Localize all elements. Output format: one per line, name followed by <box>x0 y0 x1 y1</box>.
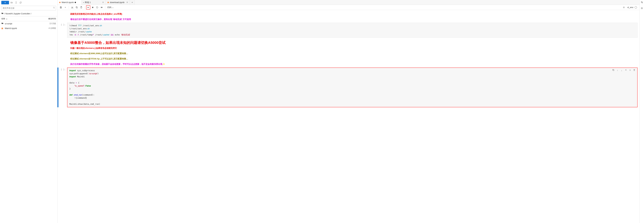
file-row[interactable]: ui-script13 天前 <box>0 21 57 26</box>
col-name[interactable]: 名称 ▴ <box>1 18 48 20</box>
dirty-indicator <box>75 2 76 3</box>
duplicate-cell-button[interactable] <box>612 69 615 72</box>
new-folder-button[interactable] <box>10 1 14 5</box>
stop-button[interactable] <box>90 5 95 10</box>
filter-wrap <box>0 5 57 11</box>
terminal-icon: ▪ <box>83 2 84 4</box>
file-name: ui-script <box>5 22 50 25</box>
svg-point-9 <box>641 2 642 2</box>
move-down-button[interactable]: ↓ <box>620 69 624 72</box>
svg-point-10 <box>642 3 642 3</box>
insert-below-button[interactable] <box>628 69 632 72</box>
file-filter-input[interactable] <box>1 6 56 10</box>
svg-point-7 <box>624 7 624 8</box>
property-inspector-button[interactable] <box>640 1 643 4</box>
sidebar-toolbar: + <box>0 0 57 5</box>
notebook-toolbar: + 代码 ⌄ xl_env <box>58 5 640 10</box>
md-text: 刷新完后切换笔记本内核(右上角点击后选择xl_env环境) <box>70 13 241 16</box>
folder-icon <box>1 12 4 15</box>
svg-rect-6 <box>92 7 93 8</box>
tab-label: download.ipynb <box>110 1 124 4</box>
sort-asc-icon: ▴ <box>6 18 7 20</box>
close-icon[interactable]: ✕ <box>126 1 128 4</box>
main-area: ▣MainUi.ipynb▪终端 1✕▣download.ipynb✕+ + 代… <box>58 0 640 223</box>
refresh-button[interactable] <box>19 1 22 5</box>
file-row[interactable]: ▣MainUi.ipynb4 分钟前 <box>0 26 57 31</box>
close-icon[interactable]: ✕ <box>102 1 104 4</box>
md-text: 执行任何操作前最好开学术加速，启动器不会自动更新，平时可以点点更新，说不定会有新… <box>70 63 241 66</box>
file-time: 13 天前 <box>50 22 56 25</box>
tab[interactable]: ▣MainUi.ipynb <box>58 0 82 5</box>
tab-label: MainUi.ipynb <box>62 1 74 4</box>
md-heading: 镜像基于A5000整合，如果出现未知的问题请切换A5000尝试 <box>70 40 241 45</box>
notebook-body: 刷新完后切换笔记本内核(右上角点击后选择xl_env环境) 请在运行后不要进行任… <box>58 10 640 223</box>
kernel-name[interactable]: xl_env <box>627 6 634 9</box>
notebook-icon: ▣ <box>59 1 61 4</box>
breadcrumb-sep: / <box>31 13 32 15</box>
md-text: 经过测试:xformers在3090,3080上也可以运行,其它配置待测… <box>70 52 241 55</box>
move-up-button[interactable]: ↑ <box>616 69 619 72</box>
tab[interactable]: ▣download.ipynb✕ <box>106 0 130 5</box>
kernel-status-icon <box>635 6 637 9</box>
svg-point-0 <box>54 7 54 8</box>
tab-bar: ▣MainUi.ipynb▪终端 1✕▣download.ipynb✕+ <box>58 0 640 5</box>
new-launcher-button[interactable]: + <box>1 1 9 4</box>
file-browser-sidebar: + / NovelAI-Jupyter-Controller / 名称 ▴ 修改… <box>0 0 58 223</box>
search-icon <box>53 7 55 9</box>
code-cell[interactable]: [ ]: !chmod 777 /root/set_env.sh !/root/… <box>58 23 638 38</box>
save-button[interactable] <box>59 5 63 10</box>
code-cell[interactable]: [ ]: ↑ ↓ import sys,subprocess sys.path.… <box>58 68 638 107</box>
tab-label: 终端 1 <box>85 1 91 4</box>
kernel-gear-button[interactable] <box>622 5 626 10</box>
md-text: 请在运行后不要进行任何其它操作，直到出现 '移动完成' 方可使用 <box>70 18 241 21</box>
cell-prompt: [ ]: <box>58 68 67 107</box>
svg-rect-8 <box>613 70 614 71</box>
paste-button[interactable] <box>79 5 83 10</box>
restart-button[interactable] <box>95 5 99 10</box>
debugger-button[interactable] <box>640 7 643 10</box>
md-text: 经过测试:xformers在TITAN Xp 上不可以运行,其它配置待测… <box>70 57 241 60</box>
copy-button[interactable] <box>75 5 79 10</box>
cut-button[interactable] <box>70 5 74 10</box>
run-all-button[interactable] <box>100 5 104 10</box>
insert-cell-button[interactable]: + <box>63 5 68 10</box>
notebook-icon: ▣ <box>1 27 4 30</box>
cell-toolbar: ↑ ↓ <box>612 69 636 72</box>
tab[interactable]: ▪终端 1✕ <box>82 0 106 5</box>
breadcrumb[interactable]: / NovelAI-Jupyter-Controller / <box>0 11 57 17</box>
delete-cell-button[interactable] <box>632 69 636 72</box>
insert-above-button[interactable] <box>624 69 628 72</box>
run-button[interactable] <box>86 5 90 10</box>
cell-prompt: [ ]: <box>58 23 67 38</box>
cell-type-select[interactable]: 代码 ⌄ <box>106 6 114 9</box>
breadcrumb-item[interactable]: NovelAI-Jupyter-Controller <box>6 13 30 15</box>
notebook-icon: ▣ <box>107 1 109 4</box>
new-tab-button[interactable]: + <box>130 0 135 5</box>
col-modified[interactable]: 修改时间 <box>48 18 56 20</box>
chevron-down-icon: ⌄ <box>112 6 114 9</box>
right-rail <box>640 0 644 223</box>
file-list: ui-script13 天前▣MainUi.ipynb4 分钟前 <box>0 21 57 223</box>
code-input[interactable]: import sys,subprocess sys.path.append('.… <box>67 68 638 107</box>
sparkle-icon: ✨ <box>162 63 165 65</box>
code-input[interactable]: !chmod 777 /root/set_env.sh !/root/set_e… <box>67 23 638 38</box>
file-time: 4 分钟前 <box>48 27 56 30</box>
file-list-header: 名称 ▴ 修改时间 <box>0 17 57 21</box>
svg-rect-3 <box>76 7 78 8</box>
file-name: MainUi.ipynb <box>5 27 48 30</box>
folder-icon <box>1 22 4 25</box>
upload-button[interactable] <box>14 1 18 5</box>
md-text: 问题一般出现在xformers上如果有非必须请关闭它 <box>70 47 241 50</box>
breadcrumb-sep: / <box>4 13 5 15</box>
